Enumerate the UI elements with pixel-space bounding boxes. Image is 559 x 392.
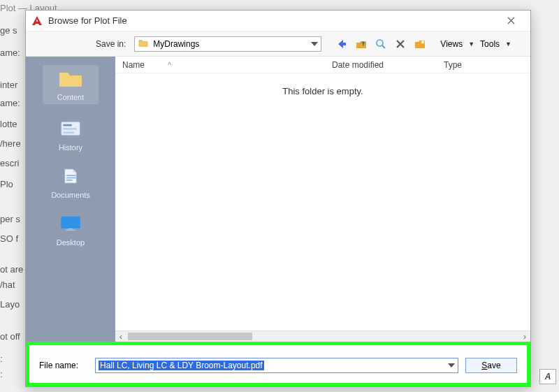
desktop-icon — [58, 213, 83, 234]
sort-indicator-icon: ^ — [168, 61, 171, 69]
sidebar-item-label: Content — [57, 93, 85, 101]
file-list[interactable]: This folder is empty. ‹ › — [115, 73, 530, 342]
search-web-button[interactable] — [373, 36, 389, 52]
delete-button[interactable] — [393, 36, 408, 52]
sidebar-item-documents[interactable]: Documents — [43, 166, 99, 199]
tools-chevron-icon: ▼ — [505, 41, 511, 48]
autocad-app-icon — [31, 15, 43, 27]
chevron-down-icon[interactable] — [448, 363, 455, 368]
column-name[interactable]: Name ^ — [122, 60, 332, 70]
sidebar-item-history[interactable]: History — [43, 118, 99, 152]
toolbar-right: Views ▼ Tools ▼ — [439, 39, 511, 49]
file-name-value: Hall LC, Living LC & LDY Broom-Layout.pd… — [99, 361, 264, 370]
svg-rect-2 — [63, 124, 71, 126]
sidebar-item-desktop[interactable]: Desktop — [43, 213, 99, 247]
browse-plot-file-dialog: Browse for Plot File Save in: MyDrawings — [25, 10, 531, 387]
sidebar-item-label: Documents — [51, 191, 90, 199]
svg-rect-8 — [61, 217, 80, 228]
views-chevron-icon: ▼ — [468, 41, 474, 48]
scroll-right-icon[interactable]: › — [519, 331, 530, 342]
nav-icon-group — [334, 36, 428, 52]
column-headers: Name ^ Date modified Type — [115, 57, 530, 73]
new-folder-button[interactable] — [412, 36, 428, 52]
up-one-level-button[interactable] — [354, 36, 369, 52]
scroll-left-icon[interactable]: ‹ — [115, 331, 126, 342]
views-menu[interactable]: Views — [439, 39, 464, 49]
horizontal-scrollbar[interactable]: ‹ › — [115, 331, 530, 342]
close-button[interactable] — [497, 12, 525, 30]
file-name-section: File name: Hall LC, Living LC & LDY Broo… — [26, 342, 530, 386]
dialog-title: Browse for Plot File — [48, 15, 497, 26]
column-type[interactable]: Type — [444, 60, 523, 70]
empty-folder-message: This folder is empty. — [115, 86, 530, 96]
sidebar-item-label: Desktop — [57, 238, 85, 247]
save-in-dropdown[interactable]: MyDrawings — [134, 36, 321, 52]
folder-icon — [58, 68, 83, 89]
history-icon — [58, 118, 83, 139]
toolbar: Save in: MyDrawings — [26, 31, 530, 57]
titlebar: Browse for Plot File — [26, 10, 530, 31]
file-name-label: File name: — [39, 361, 88, 370]
svg-rect-4 — [63, 131, 74, 133]
scrollbar-thumb[interactable] — [128, 333, 252, 340]
save-button[interactable]: Save — [465, 358, 517, 373]
dialog-body: Content History Documents Desktop — [26, 57, 530, 342]
svg-point-0 — [377, 40, 383, 46]
svg-rect-3 — [63, 128, 77, 130]
places-sidebar: Content History Documents Desktop — [26, 57, 115, 342]
sidebar-item-content[interactable]: Content — [43, 65, 99, 104]
back-button[interactable] — [334, 36, 349, 52]
folder-icon — [138, 38, 149, 50]
documents-icon — [58, 166, 83, 187]
chevron-down-icon — [311, 42, 318, 46]
file-name-input[interactable]: Hall LC, Living LC & LDY Broom-Layout.pd… — [95, 358, 458, 373]
svg-rect-6 — [66, 177, 75, 179]
sidebar-item-label: History — [59, 143, 82, 152]
svg-rect-10 — [66, 230, 75, 231]
save-in-label: Save in: — [96, 39, 126, 49]
file-list-area: Name ^ Date modified Type This folder is… — [115, 57, 530, 342]
svg-rect-9 — [68, 228, 73, 230]
save-in-value: MyDrawings — [153, 39, 311, 49]
tools-menu[interactable]: Tools — [479, 39, 501, 49]
column-date-modified[interactable]: Date modified — [332, 60, 444, 70]
svg-rect-7 — [66, 180, 72, 181]
svg-rect-5 — [66, 175, 75, 176]
side-a-button[interactable]: A — [539, 369, 556, 384]
